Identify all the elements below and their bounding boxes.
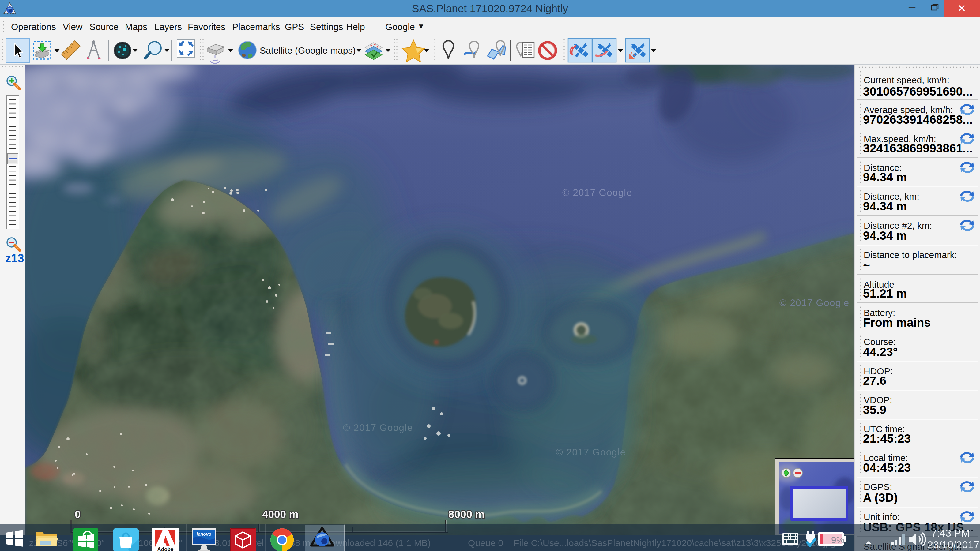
svg-text:© 2017 Google: © 2017 Google [562, 187, 632, 198]
svg-text:4000 m: 4000 m [262, 508, 299, 520]
svg-text:© 2017 Google: © 2017 Google [556, 447, 626, 457]
svg-text:© 2017 Google: © 2017 Google [780, 297, 850, 308]
svg-text:8000 m: 8000 m [449, 508, 485, 520]
svg-text:z13: z13 [5, 252, 24, 265]
svg-text:9%: 9% [831, 535, 844, 545]
svg-text:lenovo: lenovo [197, 531, 211, 537]
svg-text:Adobe: Adobe [158, 546, 173, 551]
svg-text:Satellite (Google maps): Satellite (Google maps) [260, 45, 356, 56]
svg-text:© 2017 Google: © 2017 Google [343, 422, 413, 433]
svg-text:0: 0 [75, 508, 81, 520]
